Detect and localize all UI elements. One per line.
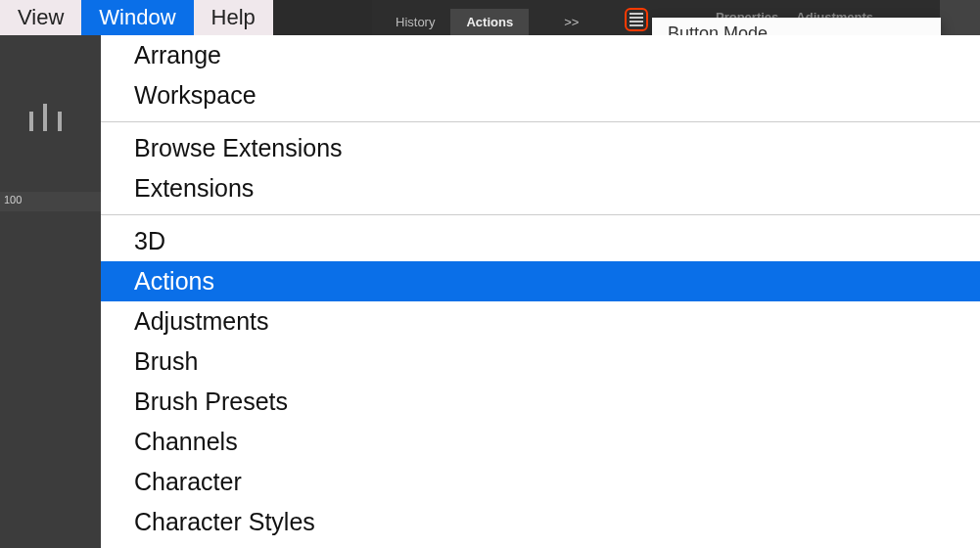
window-menu-item[interactable]: Extensions [101, 168, 980, 208]
window-menu-item[interactable]: 3D [101, 221, 980, 261]
window-menu-item[interactable]: Browse Extensions [101, 128, 980, 168]
menu-help[interactable]: Help [194, 0, 273, 35]
ruler: 100 [0, 192, 102, 211]
menu-window[interactable]: Window [81, 0, 193, 35]
window-menu: ArrangeWorkspaceBrowse ExtensionsExtensi… [101, 35, 980, 548]
window-menu-item[interactable]: Adjustments [101, 301, 980, 342]
tool-icon[interactable] [29, 104, 88, 133]
tab-history[interactable]: History [380, 9, 450, 35]
window-menu-item[interactable]: Actions [101, 261, 980, 301]
window-menu-item[interactable]: Channels [101, 422, 980, 462]
panel-collapse-icon[interactable]: >> [564, 15, 579, 29]
window-menu-item[interactable]: Arrange [101, 35, 980, 75]
toolbar-bg [0, 35, 102, 548]
panel-menu-button[interactable] [625, 8, 648, 31]
window-menu-item[interactable]: Character [101, 462, 980, 502]
menu-bar: View Window Help [0, 0, 273, 35]
window-menu-item[interactable]: Brush [101, 342, 980, 382]
window-menu-item[interactable]: Brush Presets [101, 382, 980, 422]
panel-tabs: History Actions >> [380, 8, 579, 35]
menu-view[interactable]: View [0, 0, 81, 35]
window-menu-item[interactable]: Clone Source [101, 542, 980, 548]
window-menu-item[interactable]: Character Styles [101, 502, 980, 542]
hamburger-icon [630, 13, 643, 26]
tab-actions[interactable]: Actions [450, 9, 529, 35]
window-menu-item[interactable]: Workspace [101, 75, 980, 115]
